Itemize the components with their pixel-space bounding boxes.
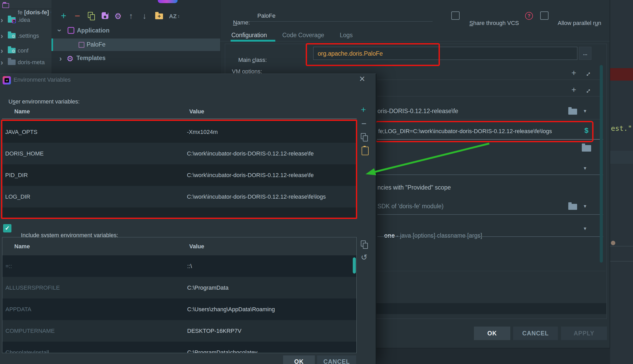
form-faint-line [376, 271, 606, 271]
editor-highlight-gray [610, 151, 633, 164]
chevron-right-icon: › [1, 32, 3, 40]
active-tab-underline [231, 40, 275, 42]
field-underline-vm [377, 80, 603, 80]
paste-var-button[interactable] [362, 147, 369, 155]
sort-configs-button[interactable]: AZ [169, 13, 177, 20]
close-icon[interactable]: × [359, 73, 365, 84]
sidebar-item-label: .idea [18, 17, 30, 23]
field-underline-jre [377, 214, 603, 215]
table-row[interactable]: =:: ::\ [2, 255, 356, 277]
apply-button[interactable]: APPLY [561, 327, 607, 340]
var-name: ALLUSERSPROFILE [5, 284, 60, 291]
system-vars-table: Name Value =:: ::\ ALLUSERSPROFILE C:\Pr… [2, 237, 357, 353]
browse-folder-icon[interactable] [568, 204, 577, 210]
working-dir-value: oris-DORIS-0.12.12-release\fe [377, 108, 458, 115]
var-name: COMPUTERNAME [5, 328, 55, 334]
annotation-user-vars [1, 120, 357, 219]
browse-main-class-button[interactable]: ... [579, 47, 591, 60]
add-icon[interactable]: + [571, 68, 576, 78]
sidebar-item-label: .settings [18, 32, 39, 39]
field-underline-shorten [377, 236, 603, 237]
tab-configuration[interactable]: Configuration [231, 32, 267, 39]
form-dark-band [376, 303, 606, 314]
folder-icon [8, 60, 16, 65]
help-icon[interactable]: ? [525, 12, 533, 20]
toolbar-divider [51, 23, 220, 23]
move-up-button[interactable]: ↑ [129, 11, 133, 21]
sort-updown-icon: ↕ [178, 14, 180, 19]
var-value: C:\ProgramData [187, 284, 229, 291]
form-scrollbar[interactable] [600, 65, 603, 263]
include-system-checkbox[interactable]: ✓ [3, 224, 11, 232]
table-row[interactable]: APPDATA C:\Users\zhang\AppData\Roaming [2, 298, 356, 320]
window-title: fe [doris-fe] C [11, 2, 51, 23]
table-row[interactable]: ChocolateyInstall C:\ProgramData\chocola… [2, 342, 356, 353]
field-underline-workdir [377, 119, 603, 119]
browse-folder-icon[interactable] [582, 145, 591, 152]
user-table-header-value: Value [189, 108, 204, 115]
name-value: PaloFe [257, 12, 276, 19]
history-icon[interactable]: ↺ [361, 253, 367, 262]
editor-highlight-red [610, 68, 633, 81]
env-cancel-button[interactable]: CANCEL [317, 355, 356, 364]
chevron-down-icon[interactable]: ▼ [583, 204, 587, 209]
field-underline-classpath [377, 174, 603, 175]
editor-code-text: est." [611, 124, 632, 132]
save-config-button[interactable] [102, 12, 108, 19]
editor-line-1 [610, 246, 633, 246]
selected-row-accent [51, 38, 53, 51]
chevron-down-icon[interactable]: ▼ [583, 109, 587, 114]
var-value: C:\Users\zhang\AppData\Roaming [187, 306, 275, 313]
allow-parallel-checkbox[interactable] [540, 11, 549, 20]
chevron-down-icon[interactable]: ▼ [583, 166, 587, 171]
sidebar-item-label: doris-meta [18, 59, 45, 66]
env-dialog-title: Environment Variables [14, 76, 71, 83]
add-config-button[interactable]: + [61, 10, 66, 21]
user-env-vars-label: User environment variables: [2, 92, 80, 112]
share-vcs-label: Share through VCS [463, 13, 519, 33]
screenshot-root: fe [doris-fe] C › IJ .idea › ⚙ .settings… [0, 0, 633, 364]
title-divider [0, 9, 51, 9]
editor-line-2 [610, 261, 633, 262]
chevron-right-icon: › [59, 55, 62, 62]
move-down-button[interactable]: ↓ [142, 11, 147, 21]
remove-var-button[interactable]: − [361, 119, 367, 129]
env-ok-button[interactable]: OK [283, 355, 315, 364]
application-icon [79, 42, 84, 48]
copy-var-button[interactable] [361, 133, 368, 141]
project-folder-icon [2, 3, 9, 8]
copy-config-button[interactable] [88, 12, 95, 20]
jre-value: SDK of 'doris-fe' module) [377, 203, 443, 210]
new-folder-plus: + [158, 13, 161, 20]
editor-bookmark-dot [611, 241, 615, 245]
ok-button[interactable]: OK [474, 327, 510, 340]
intellij-badge-icon: IJ [12, 19, 16, 23]
copy-system-var-button[interactable] [361, 240, 368, 249]
add-icon[interactable]: + [571, 85, 576, 95]
remove-config-button[interactable]: − [75, 10, 80, 21]
field-underline-args [377, 96, 603, 96]
browse-folder-icon[interactable] [568, 109, 577, 115]
gear-badge-icon: ⚙ [11, 34, 15, 39]
chevron-down-icon[interactable]: ▼ [583, 226, 587, 231]
system-table-header: Name Value [2, 237, 356, 255]
column-header: Value [189, 243, 204, 250]
share-vcs-checkbox[interactable] [451, 11, 460, 20]
annotation-env-field [375, 121, 593, 142]
shorten-cmdline-value: one - java [options] classname [args] [377, 225, 482, 246]
tab-code-coverage[interactable]: Code Coverage [282, 32, 324, 39]
sidebar-item-label: conf [18, 47, 29, 54]
edit-templates-button[interactable]: ⚙ [114, 11, 122, 21]
user-table-header-name: Name [14, 108, 30, 115]
cancel-button[interactable]: CANCEL [513, 327, 558, 340]
add-var-button[interactable]: + [361, 105, 366, 115]
chevron-right-icon: › [1, 58, 3, 66]
var-name: ChocolateyInstall [5, 349, 49, 353]
dialog-app-icon: IJ [3, 76, 11, 84]
templates-gear-icon: ⚙ [67, 54, 74, 63]
provided-scope-label: ncies with "Provided" scope [377, 184, 451, 191]
tab-logs[interactable]: Logs [340, 32, 353, 39]
table-scrollbar-thumb[interactable] [353, 257, 356, 274]
table-row[interactable]: ALLUSERSPROFILE C:\ProgramData [2, 277, 356, 298]
table-row[interactable]: COMPUTERNAME DESKTOP-16KRP7V [2, 320, 356, 342]
